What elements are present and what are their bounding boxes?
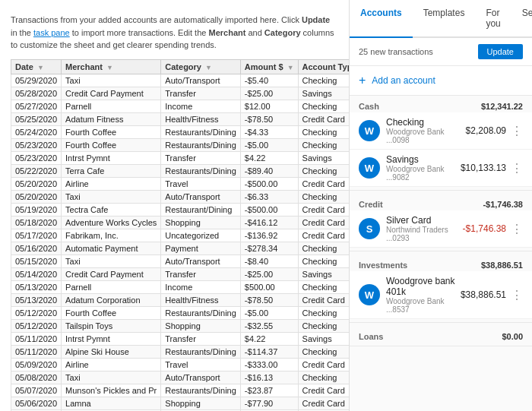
account-category-label: Credit-$1,746.38: [350, 194, 532, 210]
table-row[interactable]: 05/13/2020Adatum CorporationHealth/Fitne…: [11, 293, 350, 306]
table-row[interactable]: 05/20/2020AirlineTravel-$500.00Credit Ca…: [11, 177, 350, 190]
account-category-total: $38,886.51: [481, 261, 523, 270]
right-panel: AccountsTemplatesFor youSettings 25 new …: [350, 0, 532, 411]
account-item[interactable]: WCheckingWoodgrove Bank ...0098$2,208.09…: [350, 112, 532, 150]
table-row[interactable]: 05/16/2020Automatic PaymentPayment-$278.…: [11, 242, 350, 255]
account-category-label: Cash$12,341.22: [350, 96, 532, 112]
table-row[interactable]: 05/13/2020ParnellIncome$500.00Checking: [11, 280, 350, 293]
account-amount: $38,886.51: [461, 289, 506, 300]
table-row[interactable]: 05/09/2020AirlineTravel-$333.00Credit Ca…: [11, 358, 350, 371]
account-category-loans: Loans$0.00: [350, 326, 532, 343]
sort-icon-category: ▼: [205, 64, 212, 71]
account-name: Silver Card: [386, 215, 463, 226]
divider: [350, 251, 532, 251]
sort-icon-date: ▼: [37, 64, 44, 71]
account-sub: Woodgrove Bank ...0098: [386, 128, 466, 144]
table-row[interactable]: 05/18/2020Adventure Works CyclesShopping…: [11, 216, 350, 229]
account-details: Woodgrove bank 401kWoodgrove Bank ...853…: [386, 276, 461, 314]
sort-icon-amount: ▼: [287, 64, 294, 71]
account-item[interactable]: WSavingsWoodgrove Bank ...9082$10,133.13…: [350, 150, 532, 187]
tab-templates[interactable]: Templates: [413, 0, 476, 38]
table-row[interactable]: 05/14/2020Credit Card PaymentTransfer-$2…: [11, 267, 350, 280]
new-transactions-bar: 25 new transactions Update: [350, 38, 532, 66]
account-details: SavingsWoodgrove Bank ...9082: [386, 154, 461, 182]
table-row[interactable]: 05/12/2020Fourth CoffeeRestaurants/Dinin…: [11, 306, 350, 319]
account-category-total: $0.00: [502, 332, 523, 341]
col-category[interactable]: Category ▼: [161, 59, 241, 74]
tab-settings[interactable]: Settings: [511, 0, 532, 38]
divider: [350, 322, 532, 323]
table-row[interactable]: 05/25/2020Adatum FitnessHealth/Fitness-$…: [11, 112, 350, 125]
account-icon: W: [359, 157, 380, 179]
account-amount: -$1,746.38: [463, 223, 506, 234]
new-transactions-label: 25 new transactions: [359, 47, 433, 56]
transactions-panel: Transactions from your added accounts ar…: [0, 0, 350, 411]
divider: [350, 190, 532, 191]
add-account-row[interactable]: + Add an account: [350, 66, 532, 96]
page-description: Transactions from your added accounts ar…: [11, 14, 338, 52]
account-name: Woodgrove bank 401k: [386, 276, 461, 297]
table-row[interactable]: 05/24/2020Fourth CoffeeRestaurants/Dinin…: [11, 125, 350, 138]
account-icon: W: [359, 120, 380, 141]
update-keyword: Update: [302, 15, 330, 24]
account-category-total: -$1,746.38: [483, 200, 523, 209]
table-row[interactable]: 05/06/2020LamnaShopping-$77.90Credit Car…: [11, 397, 350, 409]
table-row[interactable]: 05/11/2020Alpine Ski HouseRestaurants/Di…: [11, 345, 350, 358]
account-amount: $10,133.13: [461, 163, 506, 173]
account-sub: Woodgrove Bank ...9082: [386, 165, 461, 182]
table-row[interactable]: 05/22/2020Terra CafeRestaurants/Dining-$…: [11, 164, 350, 177]
table-row[interactable]: 05/11/2020Intrst PymntTransfer$4.22Savin…: [11, 332, 350, 345]
divider: [350, 346, 532, 346]
account-details: Silver CardNorthwind Traders ...0293: [386, 215, 463, 242]
col-amount[interactable]: Amount $ ▼: [240, 59, 298, 74]
account-category-investments: Investments$38,886.51WWoodgrove bank 401…: [350, 255, 532, 319]
table-body: 05/29/2020TaxiAuto/Transport-$5.40Checki…: [11, 74, 350, 411]
table-row[interactable]: 05/19/2020Tectra CafeRestaurant/Dining-$…: [11, 203, 350, 216]
table-row[interactable]: 05/29/2020TaxiAuto/Transport-$5.40Checki…: [11, 74, 350, 87]
account-more-icon[interactable]: ⋮: [506, 161, 523, 175]
accounts-content: Cash$12,341.22WCheckingWoodgrove Bank ..…: [350, 96, 532, 357]
sort-icon-merchant: ▼: [106, 64, 113, 71]
account-name: Checking: [386, 117, 466, 128]
table-header: Date ▼ Merchant ▼ Category ▼ Amount $ ▼ …: [11, 59, 350, 74]
table-row[interactable]: 05/15/2020TaxiAuto/Transport-$8.40Checki…: [11, 255, 350, 267]
account-sub: Woodgrove Bank ...8537: [386, 297, 461, 314]
account-more-icon[interactable]: ⋮: [506, 288, 523, 302]
col-account-type[interactable]: Account Type: [298, 59, 350, 74]
transactions-table: Date ▼ Merchant ▼ Category ▼ Amount $ ▼ …: [11, 59, 350, 412]
account-more-icon[interactable]: ⋮: [506, 222, 523, 236]
account-category-cash: Cash$12,341.22WCheckingWoodgrove Bank ..…: [350, 96, 532, 187]
tab-accounts[interactable]: Accounts: [350, 0, 413, 38]
table-row[interactable]: 05/17/2020Fabrikam, Inc.Uncategorized-$1…: [11, 229, 350, 242]
account-details: CheckingWoodgrove Bank ...0098: [386, 117, 466, 144]
account-category-credit: Credit-$1,746.38SSilver CardNorthwind Tr…: [350, 194, 532, 248]
account-item[interactable]: SSilver CardNorthwind Traders ...0293-$1…: [350, 210, 532, 248]
add-account-label: Add an account: [372, 75, 435, 86]
table-row[interactable]: 05/12/2020Tailspin ToysShopping-$32.55Ch…: [11, 319, 350, 332]
category-keyword: Category: [264, 28, 301, 37]
col-merchant[interactable]: Merchant ▼: [62, 59, 161, 74]
table-row[interactable]: 05/23/2020Fourth CoffeeRestaurants/Dinin…: [11, 138, 350, 151]
add-icon: +: [359, 74, 366, 87]
table-row[interactable]: 05/28/2020Credit Card PaymentTransfer-$2…: [11, 87, 350, 100]
merchant-keyword: Merchant: [208, 28, 245, 37]
account-icon: S: [359, 218, 380, 239]
account-category-label: Loans$0.00: [350, 326, 532, 343]
table-row[interactable]: 05/23/2020Intrst PymntTransfer$4.22Savin…: [11, 151, 350, 164]
task-pane-link[interactable]: task pane: [33, 28, 70, 37]
account-amount: $2,208.09: [466, 125, 506, 136]
account-item[interactable]: WWoodgrove bank 401kWoodgrove Bank ...85…: [350, 271, 532, 319]
account-sub: Northwind Traders ...0293: [386, 226, 463, 242]
table-row[interactable]: 05/08/2020TaxiAuto/Transport-$16.13Check…: [11, 371, 350, 384]
account-more-icon[interactable]: ⋮: [506, 124, 523, 138]
tab-bar: AccountsTemplatesFor youSettings: [350, 0, 532, 38]
update-button[interactable]: Update: [478, 44, 523, 59]
table-row[interactable]: 05/20/2020TaxiAuto/Transport-$6.33Checki…: [11, 190, 350, 203]
account-category-label: Investments$38,886.51: [350, 255, 532, 271]
tab-for-you[interactable]: For you: [475, 0, 511, 38]
table-row[interactable]: 05/27/2020ParnellIncome$12.00Checking: [11, 100, 350, 112]
account-icon: W: [359, 284, 380, 305]
table-row[interactable]: 05/07/2020Munson's Pickles and PrRestaur…: [11, 384, 350, 397]
account-name: Savings: [386, 154, 461, 165]
col-date[interactable]: Date ▼: [11, 59, 62, 74]
